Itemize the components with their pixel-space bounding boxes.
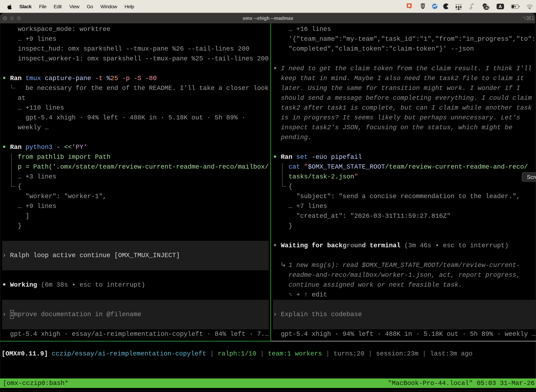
svg-text:..61: ..61 [484, 6, 489, 9]
